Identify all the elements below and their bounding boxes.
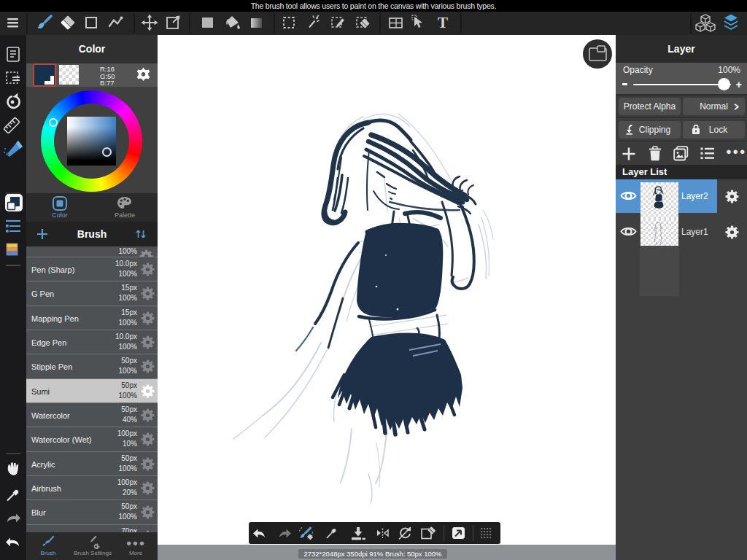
svg-text:T: T [438, 14, 448, 31]
